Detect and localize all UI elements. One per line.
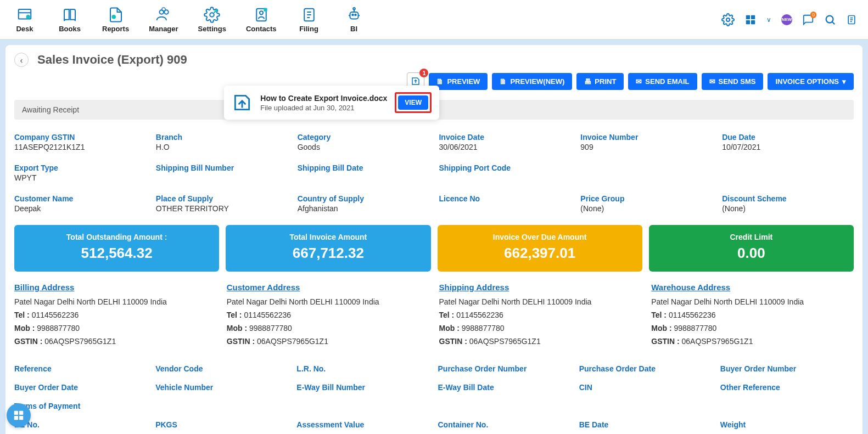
address-mob: Mob : 9988877780 <box>227 324 429 332</box>
reference-label: Container No. <box>438 420 572 429</box>
reference-label: L.R. No. <box>296 364 430 373</box>
reference-label: Vehicle Number <box>155 383 289 392</box>
svg-rect-29 <box>14 411 18 415</box>
detail-key: Export Type <box>14 164 146 172</box>
new-badge[interactable]: NEW <box>781 14 792 25</box>
svg-rect-21 <box>746 20 750 24</box>
chat-count: 0 <box>810 12 816 18</box>
nav-item-filing[interactable]: Filing <box>290 4 328 35</box>
settings-gear-icon[interactable] <box>721 13 735 26</box>
send-sms-label: SEND SMS <box>719 77 756 86</box>
detail-key: Discount Scheme <box>722 194 854 203</box>
detail-item: Discount Scheme(None) <box>722 194 854 213</box>
detail-item <box>580 164 712 182</box>
detail-item: Invoice Number909 <box>580 133 712 151</box>
reference-label <box>579 402 713 410</box>
nav-item-desk[interactable]: Desk <box>5 4 44 35</box>
calculator-icon[interactable] <box>744 14 757 26</box>
actions-row: 1 🗎PREVIEW 🗎PREVIEW(NEW) 🖶PRINT ✉SEND EM… <box>14 72 854 90</box>
detail-item: Licence No <box>439 194 570 213</box>
main-card: ‹ Sales Invoice (Export) 909 1 🗎PREVIEW … <box>5 45 863 434</box>
invoice-options-label: INVOICE OPTIONS <box>775 77 839 86</box>
detail-item: Place of SupplyOTHER TERRITORY <box>156 194 288 213</box>
clipboard-icon[interactable] <box>846 14 857 26</box>
address-gstin: GSTIN : 06AQSPS7965G1Z1 <box>651 337 854 346</box>
svg-rect-22 <box>751 20 755 24</box>
summary-value: 512,564.32 <box>20 245 214 262</box>
print-button[interactable]: 🖶PRINT <box>576 73 624 90</box>
preview-new-button[interactable]: 🗎PREVIEW(NEW) <box>492 73 572 90</box>
view-attachment-button[interactable]: VIEW <box>398 95 428 110</box>
address-title[interactable]: Customer Address <box>227 283 429 292</box>
detail-key: Invoice Date <box>439 133 570 142</box>
summary-card: Credit Limit0.00 <box>649 225 854 272</box>
svg-rect-32 <box>19 416 23 420</box>
nav-label: BI <box>350 25 357 33</box>
file-attachment-popup: How to Create Export Invoice.docx File u… <box>224 86 439 120</box>
chat-icon[interactable]: 0 <box>802 14 814 26</box>
svg-point-18 <box>726 18 730 21</box>
nav-item-settings[interactable]: Settings <box>192 4 233 35</box>
page-title: Sales Invoice (Export) 909 <box>37 53 187 67</box>
view-button-highlight: VIEW <box>395 92 432 113</box>
apps-fab-button[interactable] <box>7 403 31 427</box>
chevron-down-icon[interactable]: ∨ <box>766 16 771 24</box>
detail-value: (None) <box>722 204 854 213</box>
detail-item: Customer NameDeepak <box>14 194 146 213</box>
send-email-button[interactable]: ✉SEND EMAIL <box>628 73 697 90</box>
detail-value: (None) <box>580 204 712 213</box>
nav-item-books[interactable]: Books <box>51 4 89 35</box>
reference-label: Weight <box>720 420 854 429</box>
nav-item-bi[interactable]: BI <box>335 4 373 35</box>
settings-icon <box>203 6 221 24</box>
summary-value: 0.00 <box>654 245 848 262</box>
summary-value: 662,397.01 <box>443 245 637 262</box>
detail-item: Country of SupplyAfghanistan <box>298 194 429 213</box>
detail-item: Export TypeWPYT <box>14 164 146 182</box>
address-title[interactable]: Billing Address <box>14 283 217 292</box>
detail-item: Shipping Port Code <box>439 164 570 182</box>
nav-item-reports[interactable]: Reports <box>96 4 136 35</box>
mail-icon: ✉ <box>636 77 642 86</box>
back-button[interactable]: ‹ <box>14 53 29 67</box>
details-grid: Company GSTIN11ASEPQ2121K1Z1BranchH.OCat… <box>14 133 854 213</box>
reference-label: BE Date <box>579 420 713 429</box>
nav-item-contacts[interactable]: Contacts <box>239 4 283 35</box>
svg-line-24 <box>832 22 835 24</box>
detail-value: Goods <box>298 143 429 151</box>
address-mob: Mob : 9988877780 <box>14 324 217 332</box>
nav-label: Manager <box>149 25 178 33</box>
address-title[interactable]: Warehouse Address <box>651 283 854 292</box>
send-sms-button[interactable]: ✉SEND SMS <box>702 73 764 90</box>
nav-item-manager[interactable]: Manager <box>142 4 184 35</box>
detail-item: Shipping Bill Number <box>156 164 288 182</box>
nav-label: Settings <box>198 25 226 33</box>
reference-label: Assessment Value <box>296 420 430 429</box>
reference-label <box>155 402 289 410</box>
detail-key: Country of Supply <box>298 194 429 203</box>
reference-label: Vendor Code <box>155 364 289 373</box>
books-icon <box>61 6 79 24</box>
nav-label: Books <box>59 25 81 33</box>
bi-icon <box>345 6 363 24</box>
address-title[interactable]: Shipping Address <box>439 283 642 292</box>
detail-item: Due Date10/07/2021 <box>722 133 854 151</box>
svg-point-8 <box>260 11 263 14</box>
address-tel: Tel : 01145562236 <box>439 311 642 319</box>
search-icon[interactable] <box>824 14 836 26</box>
invoice-options-button[interactable]: INVOICE OPTIONS ▾ <box>768 73 854 90</box>
nav-left: DeskBooksReportsManagerSettingsContactsF… <box>5 4 373 35</box>
reference-label: BE No. <box>14 420 148 429</box>
summary-value: 667,712.32 <box>231 245 425 262</box>
document-upload-icon <box>232 92 253 113</box>
desk-icon <box>16 6 33 24</box>
summary-title: Invoice Over Due Amount <box>443 233 637 241</box>
detail-key: Company GSTIN <box>14 133 146 142</box>
detail-item: Invoice Date30/06/2021 <box>439 133 570 151</box>
address-tel: Tel : 01145562236 <box>651 311 854 319</box>
svg-point-15 <box>352 14 354 16</box>
detail-value: Deepak <box>14 204 146 213</box>
detail-value: 10/07/2021 <box>722 143 854 151</box>
address-line: Patel Nagar Delhi North DELHI 110009 Ind… <box>439 297 642 306</box>
detail-key: Shipping Bill Date <box>298 164 429 172</box>
